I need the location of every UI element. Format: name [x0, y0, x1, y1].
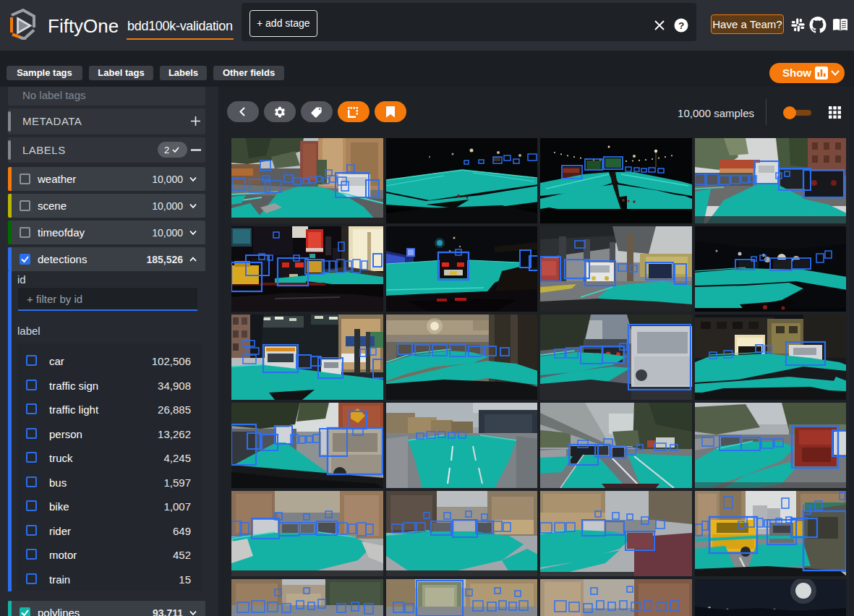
svg-text:?: ? [678, 20, 684, 31]
